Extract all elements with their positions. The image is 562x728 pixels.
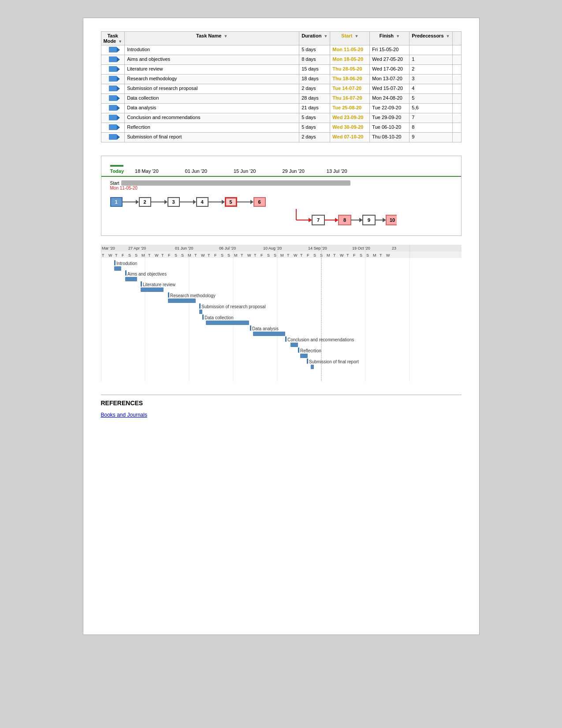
svg-text:19 Oct '20: 19 Oct '20 <box>352 246 370 250</box>
svg-text:F: F <box>122 253 124 258</box>
svg-text:W: W <box>386 253 390 258</box>
svg-text:F: F <box>261 253 263 258</box>
svg-text:Conclusion and recommendations: Conclusion and recommendations <box>287 337 354 342</box>
table-row: Reflecrtion5 daysWed 30-09-20Tue 06-10-2… <box>101 123 461 133</box>
col-header-duration[interactable]: Duration ▼ <box>299 32 330 45</box>
col-header-start[interactable]: Start ▼ <box>330 32 370 45</box>
pred-cell: 7 <box>409 113 452 123</box>
svg-marker-14 <box>383 218 386 222</box>
svg-text:T: T <box>194 253 197 258</box>
svg-rect-94 <box>199 310 202 314</box>
svg-rect-82 <box>114 266 121 271</box>
references-section: REFERENCES Books and Journals <box>101 395 462 418</box>
table-row: Research methodology18 daysThu 18-06-20M… <box>101 75 461 84</box>
svg-rect-106 <box>300 354 308 358</box>
svg-text:S: S <box>360 253 362 258</box>
finish-cell: Mon 24-08-20 <box>370 94 409 104</box>
table-row: Conclusion and recommendations5 daysWed … <box>101 113 461 123</box>
duration-cell: 2 days <box>299 84 330 94</box>
svg-text:F: F <box>168 253 171 258</box>
svg-text:M: M <box>373 253 376 258</box>
task-mode-icon <box>109 105 117 111</box>
svg-text:S: S <box>227 253 230 258</box>
svg-text:M: M <box>234 253 238 258</box>
task-name-cell: Data collection <box>125 94 299 104</box>
col-header-predecessors[interactable]: Predecessors ▼ <box>409 32 452 45</box>
pred-cell: 1 <box>409 55 452 65</box>
extra-cell <box>452 65 461 75</box>
svg-text:M: M <box>327 253 330 258</box>
gantt-table: TaskMode ▼ Task Name ▼ Duration ▼ Start … <box>101 31 462 142</box>
network-timeline-header: Today 18 May '20 01 Jun '20 15 Jun '20 2… <box>101 168 461 177</box>
task-name-cell: Conclusion and recommendations <box>125 113 299 123</box>
duration-cell: 21 days <box>299 104 330 113</box>
duration-cell: 5 days <box>299 123 330 133</box>
svg-text:10 Aug '20: 10 Aug '20 <box>263 246 282 250</box>
task-mode-cell <box>101 133 125 142</box>
date-5: 13 Jul '20 <box>327 168 347 174</box>
svg-text:Submission of final report: Submission of final report <box>309 359 359 364</box>
col-header-finish[interactable]: Finish ▼ <box>370 32 409 45</box>
date-4: 29 Jun '20 <box>282 168 304 174</box>
svg-text:S: S <box>366 253 369 258</box>
svg-rect-103 <box>290 343 298 347</box>
extra-cell <box>452 84 461 94</box>
table-row: Introdution5 daysMon 11-05-20Fri 15-05-2… <box>101 45 461 55</box>
arrow-3-4 <box>180 200 196 204</box>
svg-marker-10 <box>359 218 363 222</box>
col-header-task-mode[interactable]: TaskMode ▼ <box>101 32 125 45</box>
date-2: 01 Jun '20 <box>185 168 207 174</box>
task-mode-cell <box>101 65 125 75</box>
finish-cell: Fri 15-05-20 <box>370 45 409 55</box>
svg-text:27 Apr '20: 27 Apr '20 <box>128 246 146 250</box>
network-diagram: Today 18 May '20 01 Jun '20 15 Jun '20 2… <box>101 156 462 236</box>
svg-text:Reflecrtion: Reflecrtion <box>300 348 321 353</box>
svg-text:10: 10 <box>389 217 395 223</box>
svg-text:W: W <box>294 253 298 258</box>
duration-cell: 5 days <box>299 113 330 123</box>
svg-rect-104 <box>298 347 299 353</box>
svg-text:T: T <box>254 253 257 258</box>
table-row: Data collection28 daysThu 16-07-20Mon 24… <box>101 94 461 104</box>
arrow-2-3 <box>151 200 167 204</box>
svg-rect-88 <box>141 287 164 292</box>
task-mode-icon <box>109 95 117 101</box>
pred-cell: 3 <box>409 75 452 84</box>
today-label: Today <box>110 168 124 174</box>
svg-text:T: T <box>380 253 382 258</box>
svg-text:T: T <box>287 253 290 258</box>
references-link-1[interactable]: Books and Journals <box>101 412 147 418</box>
arrow-5-6 <box>237 200 253 204</box>
task-mode-cell <box>101 94 125 104</box>
col-header-task-name[interactable]: Task Name ▼ <box>125 32 299 45</box>
col-header-extra <box>452 32 461 45</box>
finish-cell: Tue 06-10-20 <box>370 123 409 133</box>
start-cell: Wed 23-09-20 <box>330 113 370 123</box>
task-mode-cell <box>101 45 125 55</box>
svg-text:Introdution: Introdution <box>116 261 137 266</box>
task-mode-icon <box>109 134 117 140</box>
svg-rect-80 <box>114 260 115 265</box>
node-1: 1 <box>110 197 123 207</box>
extra-cell <box>452 45 461 55</box>
task-mode-cell <box>101 55 125 65</box>
main-page: TaskMode ▼ Task Name ▼ Duration ▼ Start … <box>83 18 480 635</box>
svg-rect-101 <box>285 336 287 342</box>
svg-text:W: W <box>201 253 205 258</box>
duration-cell: 28 days <box>299 94 330 104</box>
extra-cell <box>452 113 461 123</box>
finish-cell: Wed 27-05-20 <box>370 55 409 65</box>
task-mode-icon <box>109 124 117 130</box>
table-row: Submission of final report2 daysWed 07-1… <box>101 133 461 142</box>
duration-cell: 15 days <box>299 65 330 75</box>
start-label: Start <box>110 181 119 186</box>
timeline-bar <box>121 180 350 186</box>
svg-text:S: S <box>274 253 276 258</box>
extra-cell <box>452 133 461 142</box>
svg-text:T: T <box>346 253 349 258</box>
svg-rect-86 <box>141 281 142 287</box>
red-path: 7 8 9 10 <box>110 209 461 231</box>
start-cell: Wed 07-10-20 <box>330 133 370 142</box>
svg-text:7: 7 <box>316 217 319 223</box>
table-row: Submission of research proposal2 daysTue… <box>101 84 461 94</box>
